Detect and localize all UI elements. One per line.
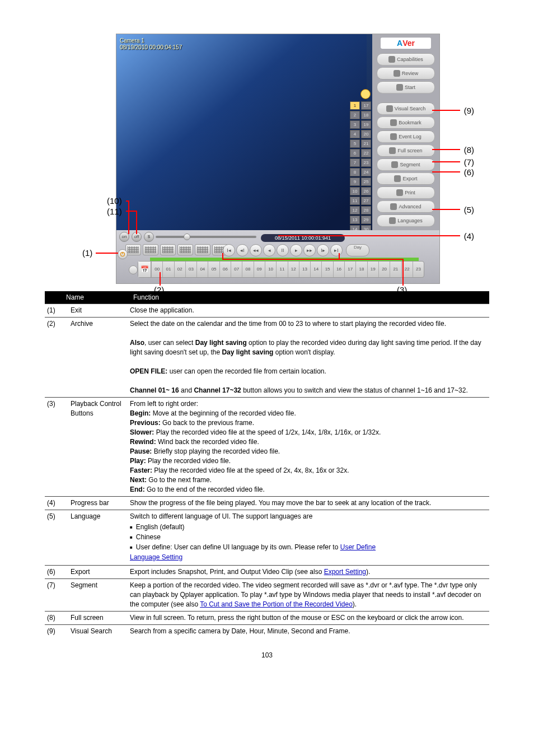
print-button[interactable]: Print bbox=[377, 186, 435, 199]
link-export-setting[interactable]: Export Setting bbox=[324, 568, 366, 576]
cell-segment: Keep a portion of the recorded video. Th… bbox=[128, 579, 489, 612]
callout-2: (2) bbox=[154, 285, 164, 295]
end-button[interactable]: ▸I bbox=[330, 244, 343, 256]
callout-8: (8) bbox=[464, 145, 474, 155]
slower-button[interactable]: ◂◂ bbox=[250, 244, 262, 256]
cell-export: Export includes Snapshot, Print, and Out… bbox=[128, 566, 489, 579]
previous-button[interactable]: ◂I bbox=[236, 244, 249, 256]
cell-playback: From left to right order:Begin: Move at … bbox=[128, 398, 489, 497]
progress-track[interactable] bbox=[156, 236, 256, 238]
video-area: Camera 1 08/19/2010 00:00:04:157 bbox=[116, 34, 367, 230]
day-mode-button[interactable]: Day bbox=[346, 244, 369, 256]
export-button[interactable]: Export bbox=[377, 172, 435, 185]
callout-1: (1) bbox=[82, 248, 92, 258]
callout-9: (9) bbox=[464, 106, 474, 115]
annotated-screenshot-figure: Camera 1 08/19/2010 00:00:04:157 117 218… bbox=[82, 34, 452, 280]
cell-visual-search: Search from a specific camera by Date, H… bbox=[128, 625, 489, 638]
callout-3: (3) bbox=[397, 285, 407, 295]
play-button[interactable]: ▸ bbox=[290, 244, 302, 256]
bottom-bar: on off $ 08/15/2011 10:00:01:941 I◂ ◂I ◂… bbox=[116, 230, 439, 283]
description-table: (1)ExitClose the application. (2)Archive… bbox=[45, 304, 489, 638]
header-name: Name bbox=[64, 293, 133, 301]
mode-currency-icon[interactable]: $ bbox=[144, 232, 154, 242]
callout-7: (7) bbox=[464, 157, 474, 167]
timeline-hours[interactable]: 0001020304050607080910111213141516171819… bbox=[151, 262, 424, 277]
power-icon[interactable] bbox=[118, 249, 128, 259]
player-window: Camera 1 08/19/2010 00:00:04:157 117 218… bbox=[116, 34, 440, 284]
video-overlay-text: Camera 1 08/19/2010 00:00:04:157 bbox=[120, 38, 182, 51]
start-button[interactable]: Start bbox=[377, 81, 435, 94]
advanced-button[interactable]: Advanced bbox=[377, 200, 435, 213]
next-button[interactable]: I▸ bbox=[317, 244, 329, 256]
split-1x1[interactable] bbox=[125, 244, 141, 255]
languages-button[interactable]: Languages bbox=[377, 214, 435, 227]
cell-progress: Show the progress of the file being play… bbox=[128, 497, 489, 510]
rewind-button[interactable]: ◂ bbox=[263, 244, 275, 256]
cell-fullscreen: View in full screen. To return, press th… bbox=[128, 612, 489, 625]
callout-6: (6) bbox=[464, 167, 474, 177]
callout-11: (11) bbox=[107, 207, 122, 216]
split-mode-buttons[interactable] bbox=[125, 244, 228, 255]
progress-knob[interactable] bbox=[184, 234, 190, 240]
cell-language: Switch to different language of UI. The … bbox=[128, 510, 489, 566]
callout-5: (5) bbox=[464, 205, 474, 214]
table-header-bar: Name Function bbox=[45, 291, 489, 304]
archive-clock-icon[interactable] bbox=[129, 265, 138, 274]
begin-button[interactable]: I◂ bbox=[223, 244, 235, 256]
visual-search-button[interactable]: Visual Search bbox=[377, 102, 435, 115]
split-5x5[interactable] bbox=[195, 244, 210, 255]
timeline-date-icon[interactable]: 📅 bbox=[138, 262, 151, 277]
link-language-setting[interactable]: Language Setting bbox=[130, 553, 182, 561]
side-panel: AVer Capabilities Review Start Visual Se… bbox=[372, 34, 439, 230]
timeline[interactable]: 📅 00010203040506070809101112131415161718… bbox=[138, 261, 424, 278]
segment-button[interactable]: Segment bbox=[377, 158, 435, 171]
alarm-icon bbox=[360, 89, 371, 99]
split-2x2[interactable] bbox=[143, 244, 158, 255]
header-function: Function bbox=[133, 293, 489, 301]
callout-4: (4) bbox=[464, 231, 474, 241]
review-button[interactable]: Review bbox=[377, 67, 435, 80]
link-to-cut[interactable]: To Cut and Save the Portion of the Recor… bbox=[200, 600, 353, 608]
brand-logo: AVer bbox=[381, 38, 431, 49]
faster-button[interactable]: ▸▸ bbox=[303, 244, 316, 256]
playback-controls: I◂ ◂I ◂◂ ◂ II ▸ ▸▸ I▸ ▸I Day bbox=[223, 244, 369, 256]
page-number: 103 bbox=[45, 651, 489, 659]
link-user-define[interactable]: User Define bbox=[340, 543, 376, 551]
cell-archive: Select the date on the calendar and the … bbox=[128, 318, 489, 398]
callout-10: (10) bbox=[107, 196, 122, 206]
event-log-button[interactable]: Event Log bbox=[377, 130, 435, 143]
cell-exit: Close the application. bbox=[128, 304, 489, 318]
cap-button[interactable]: Capabilities bbox=[377, 53, 435, 66]
full-screen-button[interactable]: Full screen bbox=[377, 144, 435, 157]
bookmark-button[interactable]: Bookmark bbox=[377, 116, 435, 129]
split-3x3[interactable] bbox=[160, 244, 176, 255]
split-4x4[interactable] bbox=[177, 244, 193, 255]
pause-button[interactable]: II bbox=[277, 244, 289, 256]
